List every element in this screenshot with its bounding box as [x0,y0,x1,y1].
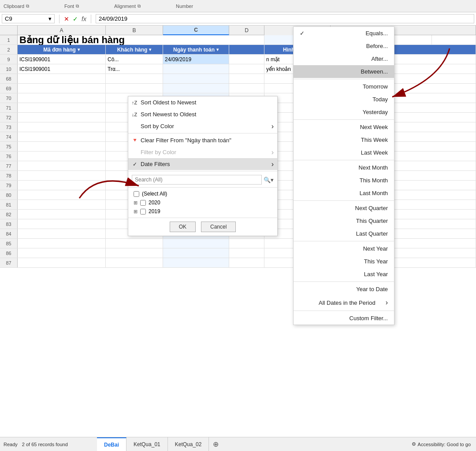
col-header-c[interactable]: C [163,26,229,35]
date-filter-last-year[interactable]: Last Year [294,268,394,281]
alignment-label: Alignment [114,4,136,9]
cancel-icon[interactable]: ✕ [64,15,69,22]
cell-9c[interactable]: 24/09/2019 [163,55,229,64]
formula-bar: C9 ▾ ✕ ✓ fx [0,12,476,26]
sheet-tab-ketqua01[interactable]: KetQua_01 [126,437,168,451]
cell-2c[interactable]: Ngày thanh toán ▾ [163,45,229,54]
formula-input[interactable] [96,14,474,23]
records-found: 2 of 65 records found [22,442,68,447]
row-num-10: 10 [0,64,18,74]
search-icon[interactable]: 🔍▾ [264,177,274,183]
date-filter-last-week[interactable]: Last Week [294,146,394,159]
expand-2020-icon[interactable]: ⊞ [134,200,138,206]
date-filter-this-year[interactable]: This Year [294,255,394,268]
ribbon-font: Font ⧉ [64,4,79,9]
cell-1a[interactable]: Bảng dữ liệu bán hàng [18,35,264,44]
cell-10b[interactable]: Trα... [106,64,163,74]
date-filter-year-to-date[interactable]: Year to Date [294,283,394,296]
checkbox-2019[interactable] [140,209,146,214]
menu-item-filter-color[interactable]: Filter by Color [128,146,277,158]
date-filter-equals[interactable]: ✓ Equals... [294,27,394,40]
cell-9b[interactable]: Cô... [106,55,163,64]
date-filter-between[interactable]: Between... [294,65,394,78]
col-header-d[interactable]: D [229,26,264,35]
ready-label: Ready [4,442,18,447]
date-filter-all-dates[interactable]: All Dates in the Period [294,296,394,310]
cell-reference-box[interactable]: C9 ▾ [2,14,55,23]
check-item-2020[interactable]: ⊞ 2020 [132,198,274,207]
checkbox-select-all[interactable] [134,191,139,197]
sheet-tab-debai[interactable]: DeBai [97,437,126,451]
table-row: 68 [0,74,476,84]
check-item-select-all[interactable]: (Select All) [132,189,274,198]
date-filter-before[interactable]: Before... [294,40,394,52]
filter-icon-c[interactable]: ▾ [216,47,219,52]
check-item-2019[interactable]: ⊞ 2019 [132,207,274,216]
cell-10a[interactable]: ICSI1909001 [18,64,106,74]
confirm-icon[interactable]: ✓ [73,15,78,22]
cell-10c[interactable] [163,64,229,74]
cell-10d[interactable] [229,64,264,74]
cell-9d[interactable] [229,55,264,64]
col-header-b[interactable]: B [106,26,163,35]
date-filter-next-month[interactable]: Next Month [294,161,394,174]
search-input[interactable] [132,175,262,185]
sort-az-icon: ↑Z [132,100,137,105]
cell-ref-value: C9 [5,15,12,22]
date-filter-next-week[interactable]: Next Week [294,121,394,133]
add-sheet-button[interactable]: ⊕ [209,440,222,448]
filter-icon-a[interactable]: ▾ [78,47,80,52]
fx-icon[interactable]: fx [82,15,86,22]
row-num-9: 9 [0,55,18,64]
cell-ref-dropdown-icon[interactable]: ▾ [48,15,52,22]
date-filter-this-month[interactable]: This Month [294,174,394,187]
table-row: 2 Mã đơn hàng ▾ Khách hàng ▾ Ngày thanh … [0,45,476,55]
filter-icon-b[interactable]: ▾ [149,47,151,52]
expand-2019-icon[interactable]: ⊞ [134,209,138,214]
sheet-tab-ketqua02[interactable]: KetQua_02 [168,437,209,451]
date-filter-last-month[interactable]: Last Month [294,187,394,200]
menu-search-area: 🔍▾ [128,172,277,188]
font-icon: ⧉ [76,4,79,9]
date-filters-submenu[interactable]: ✓ Equals... Before... After... Between..… [293,26,394,325]
cancel-button[interactable]: Cancel [201,222,236,232]
date-filter-next-year[interactable]: Next Year [294,242,394,255]
menu-item-date-filters[interactable]: Date Filters [128,158,277,170]
accessibility-status: ⚙ Accessibility: Good to go [412,441,476,447]
date-filter-this-week[interactable]: This Week [294,133,394,146]
clipboard-label: Clipboard [4,4,24,9]
cell-9a[interactable]: ICSI1909001 [18,55,106,64]
date-filter-tomorrow[interactable]: Tomorrow [294,80,394,93]
date-filter-after[interactable]: After... [294,52,394,65]
formula-divider [59,15,60,23]
alignment-icon: ⧉ [138,4,141,9]
filter-context-menu[interactable]: ↑Z Sort Oldest to Newest ↓Z Sort Newest … [128,96,278,236]
checkbox-2020[interactable] [140,200,146,206]
date-filter-next-quarter[interactable]: Next Quarter [294,202,394,214]
cell-2a[interactable]: Mã đơn hàng ▾ [18,45,106,54]
status-info: Ready 2 of 65 records found [0,442,97,447]
menu-item-sort-oldest[interactable]: ↑Z Sort Oldest to Newest [128,96,277,108]
date-menu-separator-2 [294,119,394,120]
formula-divider-2 [91,15,91,23]
date-filter-yesterday[interactable]: Yesterday [294,106,394,118]
table-row: 69 [0,84,476,93]
menu-item-sort-color[interactable]: Sort by Color [128,120,277,132]
row-num-2: 2 [0,45,18,54]
ribbon-clipboard: Clipboard ⧉ [4,4,29,9]
col-header-a[interactable]: A [18,26,106,35]
menu-item-sort-newest[interactable]: ↓Z Sort Newest to Oldest [128,108,277,120]
cell-2b[interactable]: Khách hàng ▾ [106,45,163,54]
ribbon-number: Number [176,4,193,9]
ok-button[interactable]: OK [170,222,196,232]
menu-item-clear-filter[interactable]: 🔻 Clear Filter From "Ngày thanh toán" [128,134,277,146]
cell-1rest [432,35,476,44]
date-filter-last-quarter[interactable]: Last Quarter [294,227,394,240]
column-headers: A B C D E [0,26,476,35]
font-label: Font [64,4,74,9]
date-filter-this-quarter[interactable]: This Quarter [294,214,394,227]
date-filter-today[interactable]: Today [294,93,394,106]
date-menu-separator-6 [294,281,394,282]
date-filter-custom[interactable]: Custom Filter... [294,312,394,325]
ribbon-alignment: Alignment ⧉ [114,4,141,9]
